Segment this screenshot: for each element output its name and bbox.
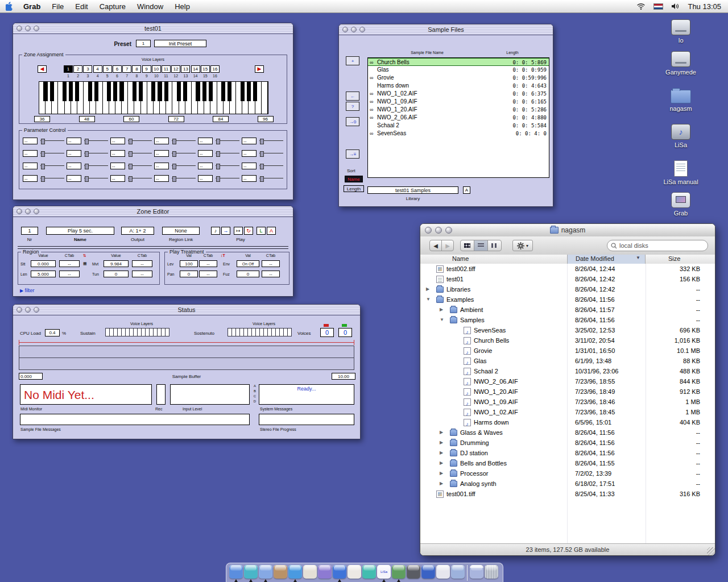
param-slider[interactable] bbox=[84, 138, 108, 144]
close-button[interactable] bbox=[16, 209, 22, 214]
menu-help[interactable]: Help bbox=[169, 2, 196, 11]
piano-black-key[interactable] bbox=[158, 82, 162, 101]
param-value-field[interactable]: -- bbox=[198, 150, 213, 157]
sample-load-button[interactable]: ← bbox=[346, 92, 359, 101]
sample-row[interactable]: Schaal 20: 0: 5:584 bbox=[368, 122, 549, 130]
finder-row[interactable]: NWO_1_20.AIF7/23/96, 18:49912 KB bbox=[420, 386, 715, 397]
close-button[interactable] bbox=[425, 227, 432, 234]
rec-indicator-box[interactable] bbox=[156, 384, 166, 405]
finder-file-list[interactable]: test002.tiff8/26/04, 12:44332 KBtest018/… bbox=[420, 264, 715, 544]
play-to-end-button[interactable]: ↦ bbox=[234, 227, 243, 235]
sample-row[interactable]: ∞NWO_1_09.AIF0: 0: 6:165 bbox=[368, 98, 549, 106]
minimize-button[interactable] bbox=[435, 227, 442, 234]
sample-row[interactable]: ∞Church Bells0: 0: 5:869 bbox=[368, 58, 549, 66]
finder-row[interactable]: Schaal 210/31/96, 23:06488 KB bbox=[420, 366, 715, 376]
zoom-button[interactable] bbox=[359, 27, 365, 32]
sort-by-name-button[interactable]: Name bbox=[345, 176, 363, 182]
desktop-icon-ganymede[interactable]: Ganymede bbox=[657, 51, 705, 76]
search-field[interactable]: local disks bbox=[607, 240, 708, 251]
tun-value-field[interactable]: 0 bbox=[104, 271, 129, 277]
audition-speaker-button[interactable]: ♪ bbox=[211, 227, 220, 235]
param-slider[interactable] bbox=[259, 138, 283, 144]
param-value-field[interactable]: -- bbox=[23, 138, 38, 144]
dock-icon-trash[interactable] bbox=[485, 565, 498, 579]
disclosure-closed-icon[interactable]: ▶ bbox=[440, 479, 443, 489]
column-view-button[interactable] bbox=[487, 240, 502, 251]
desktop-icon-io[interactable]: Io bbox=[657, 19, 705, 44]
window-test01[interactable]: test01 Preset 1 Init Preset Zone Assignm… bbox=[13, 23, 293, 200]
disclosure-open-icon[interactable]: ▼ bbox=[440, 315, 444, 325]
param-value-field[interactable]: -- bbox=[242, 175, 257, 182]
finder-row[interactable]: NWO_1_09.AIF7/23/96, 18:461 MB bbox=[420, 397, 715, 407]
param-value-field[interactable]: -- bbox=[23, 163, 38, 169]
dock-icon-dvd-player[interactable] bbox=[407, 565, 420, 579]
piano-black-key[interactable] bbox=[183, 82, 187, 101]
piano-black-key[interactable] bbox=[94, 82, 98, 101]
param-value-field[interactable]: -- bbox=[198, 175, 213, 182]
param-value-field[interactable]: -- bbox=[110, 138, 125, 144]
param-value-field[interactable]: -- bbox=[67, 175, 81, 182]
desktop-icon-grab[interactable]: Grab bbox=[657, 192, 705, 217]
close-button[interactable] bbox=[16, 307, 22, 313]
voice-layer-button-5[interactable]: 5 bbox=[103, 65, 112, 73]
param-slider[interactable] bbox=[40, 150, 64, 157]
piano-black-key[interactable] bbox=[69, 82, 73, 101]
voice-layer-button-13[interactable]: 13 bbox=[181, 65, 190, 73]
resize-grip[interactable] bbox=[707, 547, 715, 555]
finder-row[interactable]: NWO_1_02.AIF7/23/96, 18:451 MB bbox=[420, 407, 715, 417]
finder-row[interactable]: ▶Drumming8/26/04, 11:56-- bbox=[420, 438, 715, 448]
param-value-field[interactable]: -- bbox=[154, 138, 169, 144]
forward-button[interactable]: ▶ bbox=[441, 240, 454, 251]
minimize-button[interactable] bbox=[25, 26, 31, 31]
zone-number-field[interactable]: 1 bbox=[21, 227, 38, 235]
dock-icon-imovie[interactable] bbox=[318, 565, 332, 579]
piano-black-key[interactable] bbox=[202, 82, 206, 101]
sample-files-titlebar[interactable]: Sample Files bbox=[339, 24, 553, 35]
list-view-button[interactable] bbox=[474, 240, 488, 251]
finder-row[interactable]: Glas6/1/99, 13:4888 KB bbox=[420, 356, 715, 366]
param-value-field[interactable]: -- bbox=[198, 138, 213, 144]
menu-clock[interactable]: Thu 13:05 bbox=[688, 2, 721, 11]
zoom-button[interactable] bbox=[34, 209, 39, 214]
zoom-button[interactable] bbox=[34, 307, 39, 313]
fuz-value-field[interactable]: 0 bbox=[237, 271, 259, 277]
finder-row[interactable]: ▶Bells and Bottles8/26/04, 11:55-- bbox=[420, 458, 715, 468]
param-value-field[interactable]: -- bbox=[67, 163, 81, 169]
param-value-field[interactable]: -- bbox=[67, 138, 81, 144]
piano-black-key[interactable] bbox=[107, 82, 111, 101]
apple-menu[interactable] bbox=[0, 2, 18, 11]
voice-layer-button-1[interactable]: 1 bbox=[64, 65, 73, 73]
piano-black-key[interactable] bbox=[88, 82, 92, 101]
sample-row[interactable]: ∞SevenSeas0: 0: 4: 0 bbox=[368, 130, 549, 138]
param-value-field[interactable]: -- bbox=[154, 150, 169, 157]
sample-row[interactable]: ∞Grovie0: 0:59:996 bbox=[368, 74, 549, 82]
param-slider[interactable] bbox=[216, 138, 239, 144]
menu-edit[interactable]: Edit bbox=[69, 2, 93, 11]
finder-row[interactable]: test018/26/04, 12:42156 KB bbox=[420, 274, 715, 284]
env-value-field[interactable]: On Off bbox=[237, 260, 259, 267]
param-slider[interactable] bbox=[172, 138, 196, 144]
finder-row[interactable]: Church Bells3/11/02, 20:541,016 KB bbox=[420, 335, 715, 346]
voice-layer-button-4[interactable]: 4 bbox=[93, 65, 102, 73]
voice-layer-button-14[interactable]: 14 bbox=[191, 65, 200, 73]
loop-button[interactable]: ↻ bbox=[244, 227, 253, 235]
window-finder-nagasm[interactable]: nagasm ◀ ▶ ▾ local disks bbox=[420, 223, 715, 556]
param-value-field[interactable]: -- bbox=[67, 150, 81, 157]
library-name-field[interactable]: test01 Samples bbox=[367, 186, 458, 194]
param-slider[interactable] bbox=[128, 175, 152, 182]
param-value-field[interactable]: -- bbox=[110, 175, 125, 182]
param-slider[interactable] bbox=[259, 150, 283, 157]
finder-row[interactable]: ▼Examples8/26/04, 11:56-- bbox=[420, 294, 715, 305]
dock-icon-sherlock[interactable] bbox=[451, 565, 465, 579]
finder-row[interactable]: test002.tiff8/26/04, 12:44332 KB bbox=[420, 264, 715, 274]
window-zone-editor[interactable]: Zone Editor 1 Play 5 sec. A: 1+ 2 None ♪… bbox=[13, 206, 293, 297]
zoom-button[interactable] bbox=[445, 227, 452, 234]
param-slider[interactable] bbox=[216, 175, 239, 182]
date-modified-column-header[interactable]: Date Modified ▼ bbox=[567, 255, 646, 264]
close-button[interactable] bbox=[16, 26, 22, 31]
param-slider[interactable] bbox=[84, 175, 108, 182]
disclosure-closed-icon[interactable]: ▶ bbox=[440, 438, 443, 448]
piano-black-key[interactable] bbox=[164, 82, 168, 101]
voice-layer-button-10[interactable]: 10 bbox=[152, 65, 161, 73]
dock-icon-iphoto[interactable] bbox=[303, 565, 317, 579]
